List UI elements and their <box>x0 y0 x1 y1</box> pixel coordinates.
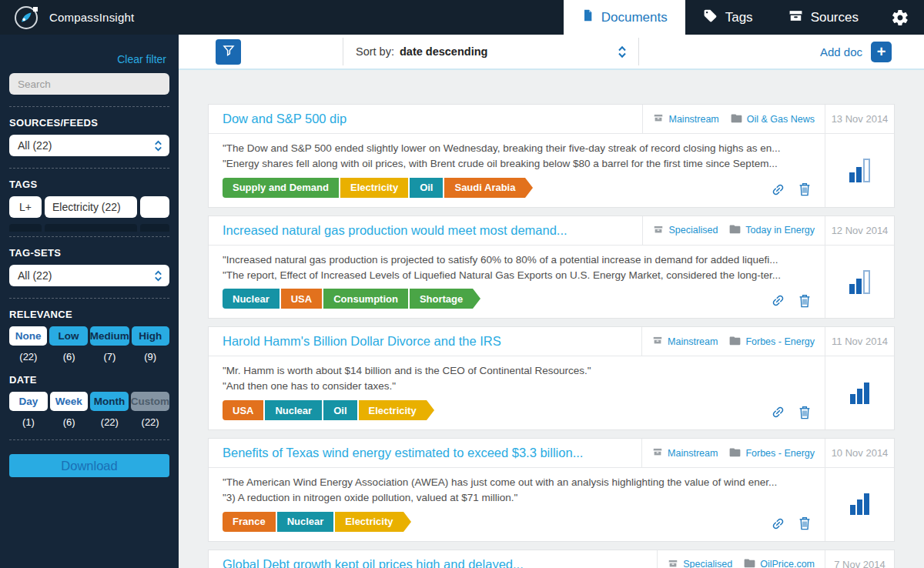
doc-actions <box>771 182 811 198</box>
relevance-button-medium[interactable]: Medium <box>90 326 129 346</box>
relevance-chart-icon[interactable] <box>849 159 870 182</box>
doc-tag[interactable]: USA <box>223 400 263 420</box>
tab-label: Sources <box>811 10 859 25</box>
doc-meta: Mainstream Oil & Gas News <box>642 105 825 133</box>
doc-tag[interactable]: Saudi Arabia <box>444 178 525 198</box>
doc-title-link[interactable]: Increased natural gas production would m… <box>209 216 642 245</box>
doc-tag[interactable]: Supply and Demand <box>223 178 339 198</box>
doc-title-link[interactable]: Harold Hamm's Billion Dollar Divorce and… <box>209 327 641 356</box>
archive-box-icon <box>788 8 803 27</box>
doc-tag[interactable]: Shortage <box>410 289 473 309</box>
doc-chart-cell <box>825 134 894 207</box>
doc-tag[interactable]: Oil <box>410 178 443 198</box>
download-button[interactable]: Download <box>9 454 169 477</box>
doc-feed-label: Forbes - Energy <box>745 448 815 459</box>
doc-tag[interactable]: Electricity <box>335 512 403 532</box>
doc-title-link[interactable]: Benefits of Texas wind energy estimated … <box>209 439 641 467</box>
doc-header: Global Debt growth kept oil prices high … <box>209 550 825 568</box>
link-button[interactable] <box>771 182 785 197</box>
sources-feeds-value: All (22) <box>18 139 52 152</box>
doc-feed[interactable]: Forbes - Energy <box>729 336 815 348</box>
tab-label: Documents <box>601 10 668 25</box>
clear-filter-link[interactable]: Clear filter <box>9 53 166 65</box>
tag-sets-dropdown[interactable]: All (22) <box>9 265 169 286</box>
link-button[interactable] <box>771 293 785 308</box>
excerpt-line: "3) A reduction in nitrogen oxide pollut… <box>223 490 811 506</box>
add-doc-label[interactable]: Add doc <box>820 45 862 58</box>
doc-tag[interactable]: Electricity <box>340 178 408 198</box>
tab-tags[interactable]: Tags <box>685 0 771 35</box>
relevance-chart-icon[interactable] <box>850 493 869 515</box>
tag-sets-label: TAG-SETS <box>9 247 169 259</box>
doc-actions <box>771 293 811 309</box>
selected-tag-filter[interactable]: Electricity (22) <box>45 196 137 218</box>
chart-bar <box>864 383 869 404</box>
date-button-month[interactable]: Month <box>90 392 129 411</box>
doc-date: 7 Nov 2014 <box>825 550 894 568</box>
relevance-button-high[interactable]: High <box>132 326 169 346</box>
doc-bottom: NuclearUSAConsumptionShortage <box>223 282 811 309</box>
relevance-button-none[interactable]: None <box>9 326 47 346</box>
doc-tag[interactable]: Electricity <box>359 400 427 420</box>
trash-button[interactable] <box>798 294 811 308</box>
tag-logic-button[interactable]: L+ <box>9 196 42 218</box>
link-button[interactable] <box>771 516 785 531</box>
folder-icon <box>729 224 741 236</box>
settings-gear-icon[interactable] <box>876 8 924 27</box>
doc-tag[interactable]: France <box>223 512 276 532</box>
search-input[interactable] <box>9 73 169 95</box>
divider <box>9 439 169 440</box>
nav-tabs: Documents Tags Sources <box>564 0 876 35</box>
doc-feed[interactable]: Oil & Gas News <box>731 113 815 125</box>
empty-tag-slot[interactable] <box>140 196 169 218</box>
doc-title-link[interactable]: Global Debt growth kept oil prices high … <box>209 550 657 568</box>
archive-box-icon <box>652 446 663 459</box>
trash-button[interactable] <box>798 182 811 196</box>
trash-button[interactable] <box>798 516 811 530</box>
doc-tag[interactable]: Oil <box>323 400 357 420</box>
doc-source[interactable]: Mainstream <box>652 335 718 348</box>
doc-tag[interactable]: Nuclear <box>277 512 334 532</box>
doc-source[interactable]: Specialised <box>668 558 732 568</box>
doc-feed-label: Forbes - Energy <box>745 336 815 347</box>
doc-source-label: Mainstream <box>668 448 718 459</box>
date-button-day[interactable]: Day <box>9 392 48 411</box>
date-count: (6) <box>50 416 89 428</box>
date-button-custom[interactable]: Custom <box>131 392 169 411</box>
sources-feeds-dropdown[interactable]: All (22) <box>9 135 169 156</box>
relevance-chart-icon[interactable] <box>849 270 870 294</box>
doc-source[interactable]: Specialised <box>653 224 718 237</box>
doc-feed[interactable]: OilPrice.com <box>744 558 815 568</box>
relevance-count: (22) <box>9 351 48 363</box>
relevance-button-low[interactable]: Low <box>49 326 87 346</box>
doc-meta: Mainstream Forbes - Energy <box>641 327 825 356</box>
doc-tag[interactable]: Nuclear <box>265 400 322 420</box>
doc-tag[interactable]: USA <box>281 289 322 309</box>
doc-main: Increased natural gas production would m… <box>209 216 825 319</box>
tab-documents[interactable]: Documents <box>564 0 685 35</box>
doc-header: Harold Hamm's Billion Dollar Divorce and… <box>209 327 825 356</box>
add-doc-button[interactable]: + <box>871 42 892 62</box>
excerpt-line: "Energy shares fell along with oil price… <box>223 156 811 172</box>
link-button[interactable] <box>771 405 785 419</box>
doc-body: "Mr. Hamm is worth about $14 billion and… <box>209 356 825 429</box>
doc-source[interactable]: Mainstream <box>653 112 718 125</box>
relevance-chart-icon[interactable] <box>850 383 869 404</box>
filter-button[interactable] <box>216 39 241 65</box>
doc-feed[interactable]: Forbes - Energy <box>729 447 815 459</box>
date-button-week[interactable]: Week <box>50 392 89 411</box>
relevance-count: (6) <box>50 351 89 363</box>
sort-dropdown[interactable]: Sort by: date descending <box>343 38 639 65</box>
doc-title-link[interactable]: Dow and S&P 500 dip <box>209 105 642 133</box>
doc-tag[interactable]: Nuclear <box>223 289 280 309</box>
archive-box-icon <box>653 112 664 125</box>
tab-sources[interactable]: Sources <box>771 0 876 35</box>
trash-button[interactable] <box>798 406 811 419</box>
archive-box-icon <box>653 224 664 237</box>
doc-feed[interactable]: Today in Energy <box>729 224 815 236</box>
doc-source[interactable]: Mainstream <box>652 446 718 459</box>
chart-bar <box>863 159 870 182</box>
doc-tag[interactable]: Consumption <box>323 289 408 309</box>
chart-bar <box>856 279 862 294</box>
ghost-box <box>140 224 169 232</box>
